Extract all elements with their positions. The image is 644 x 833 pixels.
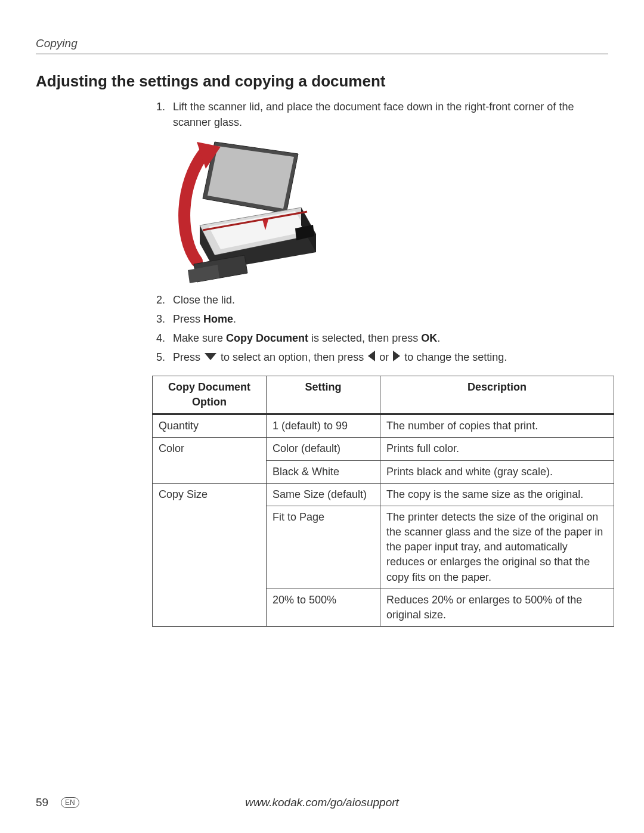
step-text: Make sure [173,332,226,344]
arrow-down-icon [205,350,216,366]
support-url: www.kodak.com/go/aiosupport [245,796,399,809]
ok-button-label: OK [421,332,437,344]
step-4: 4. Make sure Copy Document is selected, … [173,330,608,346]
steps-list: 1. Lift the scanner lid, and place the d… [36,99,608,366]
cell-desc: The printer detects the size of the orig… [380,506,614,589]
step-text: to change the setting. [404,351,507,363]
table-row: Copy Size Same Size (default) The copy i… [153,483,614,506]
step-number: 4. [156,330,165,346]
cell-setting: Same Size (default) [267,483,380,506]
step-text: Lift the scanner lid, and place the docu… [173,101,574,128]
table-row: Quantity 1 (default) to 99 The number of… [153,414,614,438]
step-1: 1. Lift the scanner lid, and place the d… [173,99,608,285]
table-header-row: Copy Document Option Setting Description [153,376,614,414]
arrow-left-icon [368,350,375,366]
step-number: 5. [156,349,165,365]
printer-figure: Printer with scanner lid open and docume… [173,136,608,285]
cell-option: Color [153,438,267,483]
step-number: 3. [156,311,165,327]
step-text: Press [173,313,203,325]
section-title: Adjusting the settings and copying a doc… [36,72,608,91]
printer-illustration-icon: Printer with scanner lid open and docume… [173,136,328,285]
home-button-label: Home [203,313,233,325]
step-text: to select an option, then press [221,351,367,363]
cell-desc: Prints full color. [380,438,614,460]
cell-option: Copy Size [153,483,267,627]
cell-setting: 1 (default) to 99 [267,414,380,438]
page-footer: 59 EN www.kodak.com/go/aiosupport [36,796,608,809]
svg-marker-14 [368,351,375,361]
step-text: is selected, then press [308,332,421,344]
page-number: 59 [36,796,48,809]
step-text: Press [173,351,203,363]
svg-marker-15 [393,351,400,361]
cell-desc: The copy is the same size as the origina… [380,483,614,506]
step-text: or [379,351,392,363]
step-5: 5. Press to select an option, then press… [173,349,608,366]
cell-setting: Black & White [267,460,380,483]
running-header: Copying [36,37,608,54]
cell-setting: 20% to 500% [267,589,380,626]
step-number: 1. [156,99,165,114]
cell-setting: Color (default) [267,438,380,460]
step-text: . [233,313,236,325]
svg-marker-12 [188,265,219,283]
cell-desc: The number of copies that print. [380,414,614,438]
svg-marker-13 [205,353,216,360]
step-number: 2. [156,292,165,308]
cell-option: Quantity [153,414,267,438]
language-badge: EN [61,797,79,808]
copy-options-table: Copy Document Option Setting Description… [152,376,614,627]
step-3: 3. Press Home. [173,311,608,327]
arrow-right-icon [393,350,400,366]
step-2: 2. Close the lid. [173,292,608,308]
step-text: . [437,332,440,344]
col-description: Description [380,376,614,414]
step-text: Close the lid. [173,294,235,306]
copy-document-label: Copy Document [226,332,308,344]
cell-desc: Reduces 20% or enlarges to 500% of the o… [380,589,614,626]
cell-setting: Fit to Page [267,506,380,589]
manual-page: Copying Adjusting the settings and copyi… [0,0,644,833]
col-setting: Setting [267,376,380,414]
cell-desc: Prints black and white (gray scale). [380,460,614,483]
table-row: Color Color (default) Prints full color. [153,438,614,460]
col-option: Copy Document Option [153,376,267,414]
